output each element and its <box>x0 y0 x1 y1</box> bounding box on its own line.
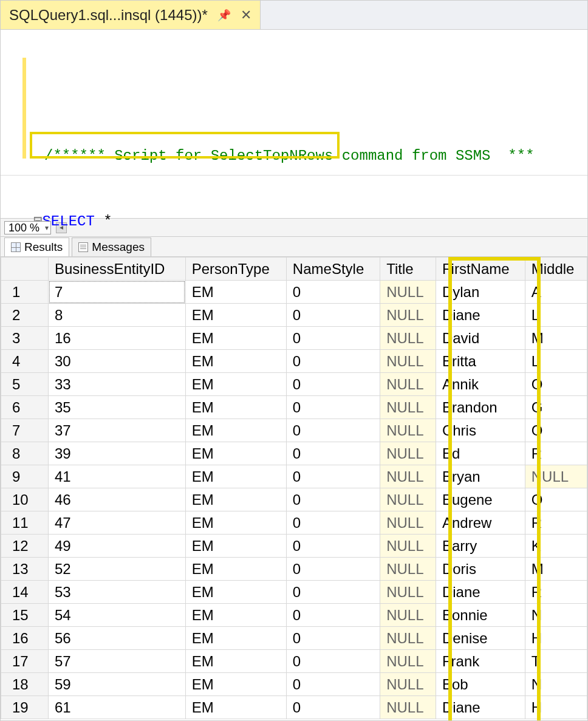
cell-persontype[interactable]: EM <box>185 511 286 535</box>
pin-icon[interactable]: 📌 <box>217 9 231 22</box>
table-row[interactable]: 1656EM0NULLDeniseH <box>1 627 587 650</box>
table-row[interactable]: 1757EM0NULLFrankT <box>1 650 587 673</box>
cell-firstname[interactable]: Barry <box>436 535 525 558</box>
cell-title[interactable]: NULL <box>380 281 436 304</box>
row-number[interactable]: 6 <box>1 396 49 419</box>
cell-firstname[interactable]: Brandon <box>436 396 525 419</box>
cell-firstname[interactable]: Eugene <box>436 488 525 511</box>
cell-businessentityid[interactable]: 52 <box>49 558 186 581</box>
cell-businessentityid[interactable]: 8 <box>49 304 186 327</box>
row-number[interactable]: 9 <box>1 465 49 488</box>
row-number[interactable]: 12 <box>1 535 49 558</box>
table-row[interactable]: 28EM0NULLDianeL <box>1 304 587 327</box>
cell-middlename[interactable]: T <box>525 650 587 673</box>
col-namestyle[interactable]: NameStyle <box>286 258 380 281</box>
table-row[interactable]: 1352EM0NULLDorisM <box>1 558 587 581</box>
cell-persontype[interactable]: EM <box>185 581 286 604</box>
cell-namestyle[interactable]: 0 <box>286 488 380 511</box>
cell-persontype[interactable]: EM <box>185 488 286 511</box>
cell-title[interactable]: NULL <box>380 465 436 488</box>
col-title[interactable]: Title <box>380 258 436 281</box>
cell-middlename[interactable]: R <box>525 442 587 465</box>
table-row[interactable]: 1147EM0NULLAndrewR <box>1 511 587 535</box>
cell-title[interactable]: NULL <box>380 304 436 327</box>
cell-middlename[interactable]: O <box>525 488 587 511</box>
cell-middlename[interactable]: G <box>525 396 587 419</box>
cell-namestyle[interactable]: 0 <box>286 350 380 373</box>
row-number[interactable]: 19 <box>1 696 49 719</box>
table-row[interactable]: 635EM0NULLBrandonG <box>1 396 587 419</box>
cell-middlename[interactable]: N <box>525 673 587 696</box>
cell-namestyle[interactable]: 0 <box>286 535 380 558</box>
cell-namestyle[interactable]: 0 <box>286 419 380 442</box>
row-number[interactable]: 1 <box>1 281 49 304</box>
grid-corner[interactable] <box>1 258 49 281</box>
cell-businessentityid[interactable]: 35 <box>49 396 186 419</box>
row-number[interactable]: 5 <box>1 373 49 396</box>
cell-middlename[interactable]: A <box>525 281 587 304</box>
cell-title[interactable]: NULL <box>380 396 436 419</box>
cell-firstname[interactable]: Annik <box>436 373 525 396</box>
cell-namestyle[interactable]: 0 <box>286 650 380 673</box>
cell-title[interactable]: NULL <box>380 442 436 465</box>
cell-middlename[interactable]: N <box>525 604 587 627</box>
row-number[interactable]: 15 <box>1 604 49 627</box>
row-number[interactable]: 4 <box>1 350 49 373</box>
cell-persontype[interactable]: EM <box>185 627 286 650</box>
row-number[interactable]: 14 <box>1 581 49 604</box>
col-firstname[interactable]: FirstName <box>436 258 525 281</box>
table-row[interactable]: 430EM0NULLBrittaL <box>1 350 587 373</box>
cell-firstname[interactable]: Denise <box>436 627 525 650</box>
row-number[interactable]: 18 <box>1 673 49 696</box>
cell-firstname[interactable]: David <box>436 327 525 350</box>
row-number[interactable]: 3 <box>1 327 49 350</box>
cell-businessentityid[interactable]: 47 <box>49 511 186 535</box>
cell-middlename[interactable]: O <box>525 373 587 396</box>
cell-persontype[interactable]: EM <box>185 535 286 558</box>
cell-persontype[interactable]: EM <box>185 465 286 488</box>
cell-businessentityid[interactable]: 30 <box>49 350 186 373</box>
row-number[interactable]: 13 <box>1 558 49 581</box>
cell-title[interactable]: NULL <box>380 604 436 627</box>
cell-persontype[interactable]: EM <box>185 696 286 719</box>
cell-firstname[interactable]: Bob <box>436 673 525 696</box>
cell-namestyle[interactable]: 0 <box>286 373 380 396</box>
cell-middlename[interactable]: L <box>525 304 587 327</box>
cell-namestyle[interactable]: 0 <box>286 581 380 604</box>
table-row[interactable]: 941EM0NULLBryanNULL <box>1 465 587 488</box>
cell-businessentityid[interactable]: 37 <box>49 419 186 442</box>
col-middlename[interactable]: Middle <box>525 258 587 281</box>
cell-title[interactable]: NULL <box>380 650 436 673</box>
cell-persontype[interactable]: EM <box>185 419 286 442</box>
row-number[interactable]: 2 <box>1 304 49 327</box>
cell-firstname[interactable]: Ed <box>436 442 525 465</box>
cell-title[interactable]: NULL <box>380 419 436 442</box>
cell-namestyle[interactable]: 0 <box>286 673 380 696</box>
cell-firstname[interactable]: Bonnie <box>436 604 525 627</box>
cell-businessentityid[interactable]: 49 <box>49 535 186 558</box>
cell-middlename[interactable]: L <box>525 350 587 373</box>
cell-title[interactable]: NULL <box>380 535 436 558</box>
cell-middlename[interactable]: M <box>525 327 587 350</box>
cell-firstname[interactable]: Dylan <box>436 281 525 304</box>
cell-persontype[interactable]: EM <box>185 304 286 327</box>
zoom-dropdown[interactable]: 100 % <box>4 221 51 234</box>
row-number[interactable]: 7 <box>1 419 49 442</box>
cell-firstname[interactable]: Diane <box>436 304 525 327</box>
cell-businessentityid[interactable]: 53 <box>49 581 186 604</box>
table-row[interactable]: 1453EM0NULLDianeR <box>1 581 587 604</box>
cell-persontype[interactable]: EM <box>185 673 286 696</box>
cell-businessentityid[interactable]: 59 <box>49 673 186 696</box>
cell-namestyle[interactable]: 0 <box>286 558 380 581</box>
cell-middlename[interactable]: R <box>525 511 587 535</box>
cell-persontype[interactable]: EM <box>185 373 286 396</box>
cell-businessentityid[interactable]: 61 <box>49 696 186 719</box>
table-row[interactable]: 737EM0NULLChrisO <box>1 419 587 442</box>
cell-title[interactable]: NULL <box>380 350 436 373</box>
cell-firstname[interactable]: Britta <box>436 350 525 373</box>
row-number[interactable]: 17 <box>1 650 49 673</box>
row-number[interactable]: 10 <box>1 488 49 511</box>
row-number[interactable]: 16 <box>1 627 49 650</box>
table-row[interactable]: 1249EM0NULLBarryK <box>1 535 587 558</box>
cell-firstname[interactable]: Frank <box>436 650 525 673</box>
